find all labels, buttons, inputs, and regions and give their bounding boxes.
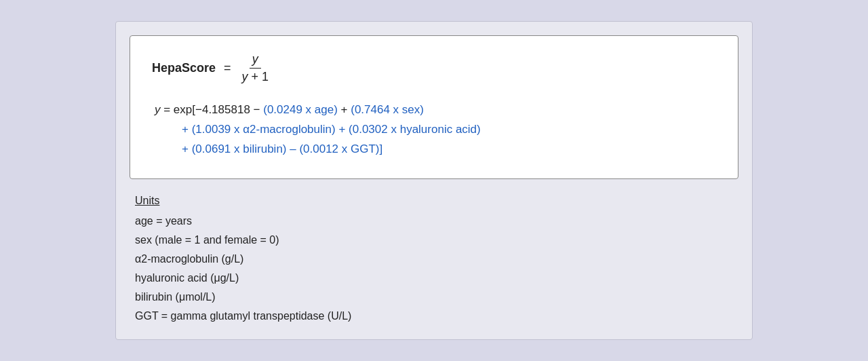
units-list-item: hyaluronic acid (μg/L) bbox=[135, 269, 733, 288]
units-section: Units age = yearssex (male = 1 and femal… bbox=[130, 191, 738, 326]
units-list-item: α2-macroglobulin (g/L) bbox=[135, 250, 733, 269]
formula-box: HepaScore = y y + 1 y = exp[−4.185818 − … bbox=[130, 35, 738, 179]
units-list-item: GGT = gamma glutamyl transpeptidase (U/L… bbox=[135, 307, 733, 326]
y-equation-line2: + (1.0039 x α2-macroglobulin) + (0.0302 … bbox=[155, 120, 716, 140]
fraction-denominator: y + 1 bbox=[239, 69, 272, 84]
units-list-item: bilirubin (μmol/L) bbox=[135, 288, 733, 307]
fraction-numerator: y bbox=[250, 52, 261, 69]
main-container: HepaScore = y y + 1 y = exp[−4.185818 − … bbox=[115, 21, 753, 340]
y-equation-line1: y = exp[−4.185818 − (0.0249 x age) + (0.… bbox=[155, 100, 716, 120]
units-title: Units bbox=[135, 191, 159, 210]
term-age: (0.0249 x age) bbox=[263, 103, 338, 116]
fraction: y y + 1 bbox=[239, 52, 272, 84]
equals-sign: = bbox=[224, 61, 231, 75]
y-equation: y = exp[−4.185818 − (0.0249 x age) + (0.… bbox=[152, 100, 716, 159]
y-equation-line3: + (0.0691 x bilirubin) – (0.0012 x GGT)] bbox=[155, 140, 716, 159]
hepascore-fraction-line: HepaScore = y y + 1 bbox=[152, 52, 716, 84]
term-a2m: + (1.0039 x α2-macroglobulin) + (0.0302 … bbox=[182, 123, 481, 136]
term-sex: (0.7464 x sex) bbox=[351, 103, 424, 116]
hepascore-label: HepaScore bbox=[152, 61, 216, 75]
units-list: age = yearssex (male = 1 and female = 0)… bbox=[135, 212, 733, 326]
units-list-item: sex (male = 1 and female = 0) bbox=[135, 231, 733, 250]
units-list-item: age = years bbox=[135, 212, 733, 231]
term-bilirubin-ggt: + (0.0691 x bilirubin) – (0.0012 x GGT)] bbox=[182, 142, 382, 155]
